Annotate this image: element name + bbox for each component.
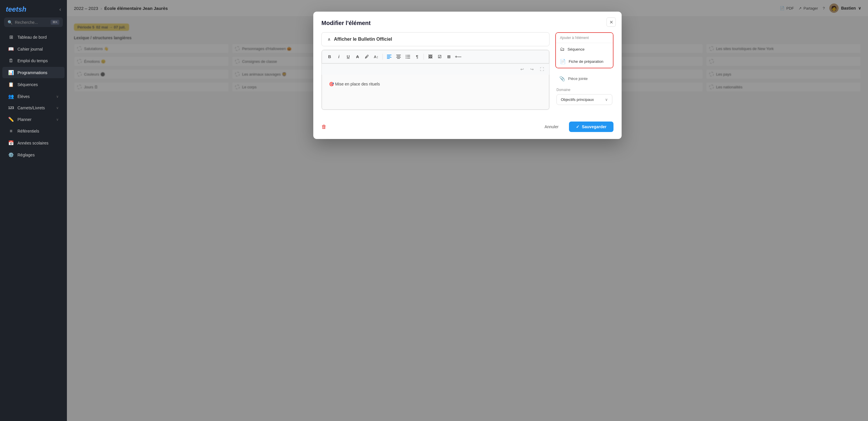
- domaine-section: Domaine Objectifs principaux ∨: [555, 88, 614, 105]
- seq-icon: 📋: [8, 82, 14, 87]
- svg-rect-11: [407, 56, 410, 57]
- domaine-select[interactable]: Objectifs principaux ∨: [556, 94, 612, 105]
- image-button[interactable]: 🖼: [426, 53, 434, 61]
- modal-title: Modifier l'élément: [321, 20, 614, 27]
- piece-jointe-option[interactable]: 📎 Pièce jointe: [555, 73, 614, 84]
- chevron-down-icon: ∨: [605, 97, 608, 102]
- font-size-button[interactable]: A↕: [372, 53, 380, 61]
- strikethrough-button[interactable]: A: [353, 53, 362, 61]
- sidebar-item-planner[interactable]: ✏️ Planner ∨: [2, 114, 65, 125]
- editor-wrapper: B i U A 🖊 A↕: [321, 50, 550, 110]
- svg-rect-3: [387, 58, 390, 59]
- right-panel: Ajouter à l'élément 🗂 Séquence 📄 Fiche d…: [555, 32, 614, 110]
- chevron-down-icon: ∨: [56, 95, 59, 99]
- planner-icon: ✏️: [8, 117, 14, 122]
- cancel-button[interactable]: Annuler: [539, 122, 564, 132]
- modal-overlay[interactable]: Modifier l'élément ✕ ∧ Afficher le Bulle…: [67, 0, 868, 421]
- svg-rect-6: [396, 57, 401, 58]
- modal-footer: 🗑 Annuler ✓ Sauvegarder: [321, 117, 614, 132]
- list-button[interactable]: [404, 53, 412, 61]
- save-check-icon: ✓: [576, 124, 580, 129]
- chevron-down-icon: ∨: [56, 118, 59, 122]
- modal-dialog: Modifier l'élément ✕ ∧ Afficher le Bulle…: [313, 12, 622, 139]
- sidebar-item-label: Tableau de bord: [18, 35, 46, 39]
- italic-button[interactable]: i: [335, 53, 343, 61]
- sidebar-item-referentiels[interactable]: ≡ Référentiels: [2, 126, 65, 137]
- sidebar-item-label: Séquences: [18, 82, 38, 87]
- sidebar-item-cahier-journal[interactable]: 📖 Cahier journal: [2, 43, 65, 55]
- editor-bullet-item: 🎯 Mise en place des rituels: [329, 82, 380, 86]
- paragraph-button[interactable]: ¶: [413, 53, 421, 61]
- sequence-icon: 🗂: [560, 46, 565, 52]
- students-icon: 👥: [8, 94, 14, 99]
- svg-rect-0: [387, 55, 392, 55]
- dashboard-icon: ⊞: [8, 34, 14, 40]
- sidebar-item-label: Emploi du temps: [18, 59, 48, 63]
- search-placeholder: Recherche...: [15, 20, 38, 25]
- add-element-header: Ajouter à l'élément: [556, 33, 613, 43]
- sidebar-item-tableau-de-bord[interactable]: ⊞ Tableau de bord: [2, 31, 65, 43]
- insert-button[interactable]: +—: [454, 53, 462, 61]
- chevron-up-icon: ∧: [328, 37, 331, 41]
- editor-text: 🎯 Mise en place des rituels: [327, 79, 544, 89]
- settings-icon: ⚙️: [8, 152, 14, 158]
- sidebar-item-label: Planner: [18, 117, 31, 122]
- editor-undo-bar: ↩ ↪ ⛶: [322, 63, 549, 75]
- collapse-button[interactable]: ‹: [59, 6, 61, 12]
- domaine-value: Objectifs principaux: [561, 97, 594, 102]
- undo-button[interactable]: ↩: [518, 65, 526, 73]
- sidebar-item-label: Cahier journal: [18, 47, 43, 52]
- close-button[interactable]: ✕: [607, 18, 616, 27]
- add-element-panel: Ajouter à l'élément 🗂 Séquence 📄 Fiche d…: [555, 32, 614, 68]
- search-icon: 🔍: [7, 20, 12, 25]
- editor-area: ∧ Afficher le Bulletin Officiel B i U A …: [321, 32, 550, 110]
- paperclip-icon: 📎: [559, 76, 565, 82]
- sidebar-item-sequences[interactable]: 📋 Séquences: [2, 79, 65, 90]
- prog-icon: 📊: [8, 70, 14, 75]
- svg-rect-4: [396, 55, 401, 55]
- sidebar-item-programmations[interactable]: 📊 Programmations: [2, 67, 65, 78]
- redo-button[interactable]: ↪: [528, 65, 536, 73]
- sequence-label: Séquence: [567, 47, 585, 52]
- chevron-down-icon: ∨: [56, 106, 59, 110]
- sidebar-item-emploi-du-temps[interactable]: 🗓 Emploi du temps: [2, 55, 65, 66]
- save-label: Sauvegarder: [582, 124, 607, 129]
- fiche-label: Fiche de préparation: [569, 59, 603, 64]
- main-area: 2022 – 2023 › École élémentaire Jean Jau…: [67, 0, 868, 421]
- sidebar-item-carnets[interactable]: 123 Carnets/Livrets ∨: [2, 103, 65, 113]
- editor-toolbar: B i U A 🖊 A↕: [322, 50, 549, 63]
- underline-button[interactable]: U: [344, 53, 352, 61]
- schedule-icon: 🗓: [8, 58, 14, 63]
- search-bar[interactable]: 🔍 Recherche... ⌘K: [4, 18, 63, 27]
- fiche-icon: 📄: [560, 59, 566, 64]
- editor-content[interactable]: 🎯 Mise en place des rituels: [322, 75, 549, 109]
- align-center-button[interactable]: [395, 53, 403, 61]
- sidebar-header: teetsh ‹: [0, 0, 67, 18]
- svg-point-8: [406, 55, 407, 56]
- bold-button[interactable]: B: [326, 53, 334, 61]
- sidebar-item-annees[interactable]: 📅 Années scolaires: [2, 137, 65, 149]
- toggle-bulletin-button[interactable]: ∧ Afficher le Bulletin Officiel: [321, 32, 550, 46]
- checkbox-button[interactable]: ☑: [435, 53, 443, 61]
- svg-rect-5: [397, 56, 400, 56]
- fullscreen-button[interactable]: ⛶: [538, 65, 546, 73]
- toggle-header-label: Afficher le Bulletin Officiel: [334, 37, 392, 42]
- sidebar-item-eleves[interactable]: 👥 Élèves ∨: [2, 91, 65, 102]
- sequence-option[interactable]: 🗂 Séquence: [556, 43, 613, 55]
- align-left-button[interactable]: [385, 53, 393, 61]
- domaine-label: Domaine: [556, 88, 612, 92]
- modal-body: ∧ Afficher le Bulletin Officiel B i U A …: [321, 32, 614, 110]
- sidebar-item-label: Référentiels: [18, 129, 39, 133]
- table-button[interactable]: ⊞: [445, 53, 453, 61]
- fiche-preparation-option[interactable]: 📄 Fiche de préparation: [556, 55, 613, 68]
- svg-point-10: [406, 56, 407, 57]
- ref-icon: ≡: [8, 129, 14, 134]
- sidebar-item-reglages[interactable]: ⚙️ Réglages: [2, 149, 65, 161]
- delete-button[interactable]: 🗑: [321, 124, 327, 130]
- save-button[interactable]: ✓ Sauvegarder: [569, 122, 614, 132]
- sidebar-item-label: Années scolaires: [18, 141, 49, 145]
- toolbar-separator: [382, 54, 383, 60]
- svg-rect-1: [387, 56, 391, 56]
- svg-rect-2: [387, 57, 392, 58]
- highlight-button[interactable]: 🖊: [363, 53, 371, 61]
